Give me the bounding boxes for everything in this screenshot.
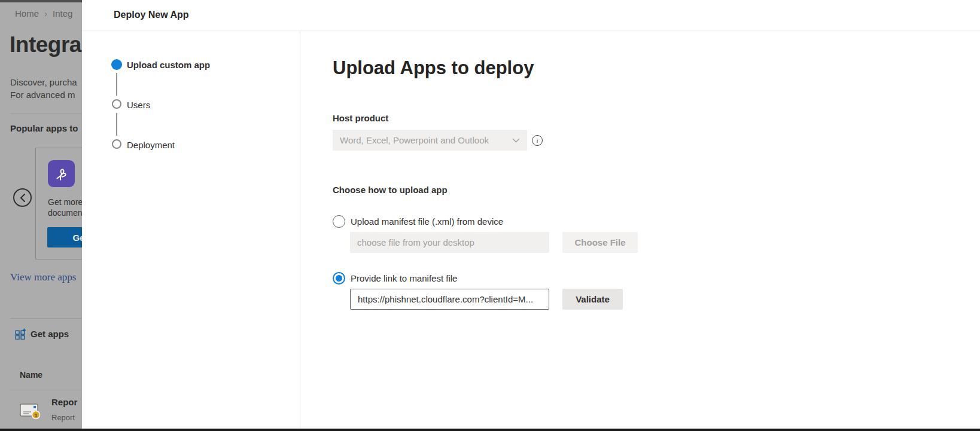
- choose-file-button: Choose File: [562, 232, 638, 253]
- deploy-new-app-panel: Deploy New App Upload custom app Users D…: [82, 0, 980, 431]
- step-indicator-deployment: [112, 139, 121, 149]
- adobe-acrobat-icon: [48, 160, 75, 187]
- choose-upload-label: Choose how to upload app: [333, 185, 448, 195]
- panel-title: Deploy New App: [114, 10, 189, 20]
- upload-manifest-file-label: Upload manifest file (.xml) from device: [351, 216, 503, 227]
- divider: [300, 31, 300, 429]
- step-label-deployment: Deployment: [127, 140, 175, 150]
- app-row-subtitle: Report: [51, 413, 75, 422]
- step-label-upload-custom-app: Upload custom app: [127, 60, 210, 70]
- step-indicator-upload-custom-app: [111, 59, 122, 70]
- app-row-title[interactable]: Repor: [51, 397, 77, 407]
- card-text-line2: documen: [48, 208, 82, 218]
- validate-button[interactable]: Validate: [562, 289, 623, 310]
- radio-unselected-icon: [333, 215, 345, 228]
- step-connector: [116, 73, 117, 96]
- info-icon[interactable]: i: [532, 135, 543, 146]
- divider: [10, 114, 82, 114]
- manifest-link-input[interactable]: [350, 289, 549, 310]
- host-product-label: Host product: [333, 113, 388, 123]
- popular-apps-heading: Popular apps to: [10, 123, 78, 133]
- manifest-file-input: [350, 232, 549, 253]
- provide-link-radio[interactable]: Provide link to manifest file: [333, 272, 457, 285]
- get-app-button[interactable]: Get: [47, 227, 82, 247]
- page-description: Discover, purcha For advanced m: [10, 76, 77, 101]
- screen: Home›Integ Integra Discover, purcha For …: [0, 0, 980, 431]
- window-top-edge: [0, 0, 82, 2]
- step-label-users: Users: [127, 100, 150, 110]
- chevron-left-icon: [19, 193, 26, 203]
- window-bottom-edge: [0, 429, 980, 431]
- page-description-line2: For advanced m: [10, 88, 77, 101]
- get-apps-label: Get apps: [31, 329, 69, 339]
- panel-header: Deploy New App: [82, 0, 980, 30]
- get-apps-button[interactable]: Get apps: [15, 328, 69, 340]
- carousel-previous-button[interactable]: [13, 188, 32, 207]
- upload-manifest-file-radio[interactable]: Upload manifest file (.xml) from device: [333, 215, 503, 228]
- page-description-line1: Discover, purcha: [10, 76, 77, 88]
- host-product-dropdown: Word, Excel, Powerpoint and Outlook: [333, 130, 527, 151]
- chevron-down-icon: [512, 138, 520, 143]
- view-more-apps-link[interactable]: View more apps: [10, 271, 76, 283]
- divider: [10, 390, 82, 390]
- badge-count: 1: [34, 412, 37, 418]
- step-indicator-users: [112, 99, 121, 109]
- divider: [10, 318, 82, 319]
- step-connector: [116, 113, 117, 136]
- apps-add-icon: [15, 328, 26, 340]
- app-card-adobe: Get more documen Get: [35, 148, 82, 259]
- report-message-app-icon: 1: [20, 402, 41, 422]
- page-title: Integra: [10, 32, 81, 57]
- breadcrumb-chevron-icon: ›: [44, 8, 47, 19]
- card-text-line1: Get more: [48, 197, 82, 207]
- radio-selected-icon: [333, 272, 345, 285]
- breadcrumb-home-link[interactable]: Home: [15, 8, 39, 19]
- provide-link-label: Provide link to manifest file: [351, 273, 457, 283]
- breadcrumb: Home›Integ: [15, 8, 82, 19]
- background-page: Home›Integ Integra Discover, purcha For …: [0, 0, 82, 431]
- content-heading: Upload Apps to deploy: [333, 57, 534, 79]
- breadcrumb-current[interactable]: Integ: [53, 8, 72, 19]
- table-header-name[interactable]: Name: [20, 370, 42, 380]
- host-product-value: Word, Excel, Powerpoint and Outlook: [340, 135, 512, 145]
